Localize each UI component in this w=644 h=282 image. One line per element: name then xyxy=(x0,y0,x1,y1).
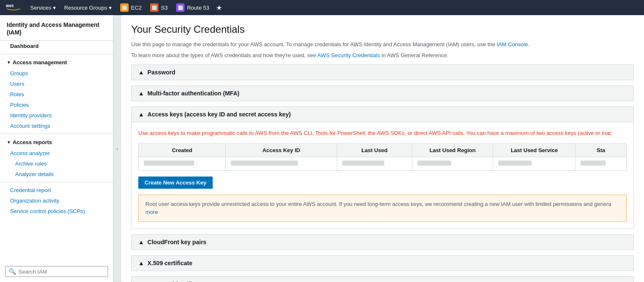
password-accordion-header[interactable]: ▲ Password xyxy=(132,65,633,80)
sidebar-item-analyzer-details[interactable]: Analyzer details xyxy=(0,169,113,179)
mfa-accordion-header[interactable]: ▲ Multi-factor authentication (MFA) xyxy=(132,86,633,101)
account-identifiers-section-title: Account identifiers xyxy=(148,281,201,282)
warning-box-more-link[interactable]: more xyxy=(145,209,158,215)
x509-accordion: ▲ X.509 certificate xyxy=(131,255,634,271)
account-identifiers-accordion: ▲ Account identifiers xyxy=(131,276,634,282)
resource-groups-chevron-icon: ▾ xyxy=(109,5,112,11)
last-used-placeholder xyxy=(342,161,384,166)
sidebar-item-service-control-policies[interactable]: Service control policies (SCPs) xyxy=(0,206,113,216)
favorites-star-button[interactable]: ★ xyxy=(214,2,224,13)
sidebar-item-groups[interactable]: Groups xyxy=(0,68,113,79)
access-keys-accordion: ▲ Access keys (access key ID and secret … xyxy=(131,106,634,229)
password-accordion: ▲ Password xyxy=(131,64,634,80)
access-reports-label: Access reports xyxy=(13,139,52,145)
sidebar-collapse-toggle[interactable]: ‹ xyxy=(113,15,121,282)
sidebar-item-credential-report[interactable]: Credential report xyxy=(0,185,113,195)
sidebar-item-dashboard[interactable]: Dashboard xyxy=(0,41,113,51)
mfa-chevron-icon: ▲ xyxy=(138,90,144,97)
route53-icon: ⬜ xyxy=(176,3,185,12)
sidebar-item-identity-providers[interactable]: Identity providers xyxy=(0,110,113,121)
col-header-last-used-service: Last Used Service xyxy=(493,143,575,157)
s3-label: S3 xyxy=(161,5,168,11)
password-chevron-icon: ▲ xyxy=(138,69,144,76)
cell-service xyxy=(493,157,575,170)
search-icon: 🔍 xyxy=(9,268,16,275)
col-header-created: Created xyxy=(139,143,226,157)
region-placeholder xyxy=(417,161,451,166)
password-section-title: Password xyxy=(148,69,175,76)
created-placeholder xyxy=(144,161,194,166)
access-keys-section-title: Access keys (access key ID and secret ac… xyxy=(148,111,291,118)
cloudfront-accordion: ▲ CloudFront key pairs xyxy=(131,234,634,250)
page-layout: Identity and Access Management (IAM) Das… xyxy=(0,15,644,282)
account-identifiers-accordion-header[interactable]: ▲ Account identifiers xyxy=(132,277,633,282)
col-header-key-id: Access Key ID xyxy=(226,143,337,157)
sidebar-divider-3 xyxy=(0,182,113,182)
mfa-accordion: ▲ Multi-factor authentication (MFA) xyxy=(131,85,634,101)
services-nav-label: Services xyxy=(30,5,51,11)
access-keys-accordion-header[interactable]: ▲ Access keys (access key ID and secret … xyxy=(132,107,633,122)
sidebar: Identity and Access Management (IAM) Das… xyxy=(0,15,113,282)
service-placeholder xyxy=(498,161,532,166)
access-keys-chevron-icon: ▲ xyxy=(138,111,144,118)
intro-paragraph-1: Use this page to manage the credentials … xyxy=(131,40,634,49)
status-placeholder xyxy=(581,161,606,166)
access-management-chevron-icon: ▼ xyxy=(7,60,11,65)
aws-security-credentials-link[interactable]: AWS Security Credentials xyxy=(317,52,380,58)
resource-groups-nav-button[interactable]: Resource Groups ▾ xyxy=(61,3,115,13)
sidebar-title: Identity and Access Management (IAM) xyxy=(0,15,113,41)
col-header-last-used: Last Used xyxy=(337,143,412,157)
search-input[interactable] xyxy=(18,269,104,275)
table-row xyxy=(139,157,627,170)
account-identifiers-chevron-icon: ▲ xyxy=(138,281,144,282)
x509-accordion-header[interactable]: ▲ X.509 certificate xyxy=(132,256,633,271)
access-management-label: Access management xyxy=(13,59,67,66)
cloudfront-section-title: CloudFront key pairs xyxy=(148,239,206,245)
create-new-access-key-button[interactable]: Create New Access Key xyxy=(138,177,213,189)
ec2-nav-button[interactable]: ⬜ EC2 xyxy=(117,2,145,13)
ec2-label: EC2 xyxy=(131,5,142,11)
x509-chevron-icon: ▲ xyxy=(138,260,144,266)
top-navigation: aws Services ▾ Resource Groups ▾ ⬜ EC2 ⬜… xyxy=(0,0,644,15)
route53-label: Route 53 xyxy=(187,5,209,11)
col-header-last-used-region: Last Used Region xyxy=(412,143,493,157)
resource-groups-label: Resource Groups xyxy=(64,5,107,11)
access-keys-warning-box: Root user access keys provide unrestrict… xyxy=(138,195,627,222)
mfa-section-title: Multi-factor authentication (MFA) xyxy=(148,90,240,97)
cell-status xyxy=(575,157,627,170)
cloudfront-accordion-header[interactable]: ▲ CloudFront key pairs xyxy=(132,235,633,250)
svg-text:aws: aws xyxy=(6,3,14,8)
sidebar-item-account-settings[interactable]: Account settings xyxy=(0,121,113,131)
sidebar-item-archive-rules[interactable]: Archive rules xyxy=(0,158,113,169)
iam-console-link[interactable]: IAM Console xyxy=(497,41,528,47)
services-nav-button[interactable]: Services ▾ xyxy=(27,3,59,13)
cell-last-used xyxy=(337,157,412,170)
cell-region xyxy=(412,157,493,170)
sidebar-item-roles[interactable]: Roles xyxy=(0,89,113,100)
ec2-icon: ⬜ xyxy=(120,3,129,12)
access-keys-accordion-body: Use access keys to make programmatic cal… xyxy=(132,122,633,229)
route53-nav-button[interactable]: ⬜ Route 53 xyxy=(173,2,213,13)
sidebar-section-access-reports[interactable]: ▼ Access reports xyxy=(0,137,113,148)
sidebar-search-container[interactable]: 🔍 xyxy=(5,266,108,277)
page-title: Your Security Credentials xyxy=(131,24,634,35)
s3-icon: ⬜ xyxy=(150,3,158,12)
sidebar-divider-1 xyxy=(0,54,113,54)
sidebar-item-users[interactable]: Users xyxy=(0,79,113,89)
access-keys-warning-text: Use access keys to make programmatic cal… xyxy=(138,129,627,137)
s3-nav-button[interactable]: ⬜ S3 xyxy=(147,2,171,13)
col-header-status: Sta xyxy=(575,143,627,157)
access-keys-table: Created Access Key ID Last Used Last Use… xyxy=(138,143,627,171)
sidebar-item-organization-activity[interactable]: Organization activity xyxy=(0,195,113,206)
sidebar-section-access-management[interactable]: ▼ Access management xyxy=(0,57,113,68)
intro-paragraph-2: To learn more about the types of AWS cre… xyxy=(131,51,634,60)
cloudfront-chevron-icon: ▲ xyxy=(138,239,144,245)
services-chevron-icon: ▾ xyxy=(53,5,56,11)
x509-section-title: X.509 certificate xyxy=(148,260,193,266)
sidebar-item-policies[interactable]: Policies xyxy=(0,100,113,110)
sidebar-divider-2 xyxy=(0,134,113,134)
sidebar-item-access-analyzer[interactable]: Access analyzer xyxy=(0,148,113,158)
aws-logo[interactable]: aws xyxy=(5,3,22,13)
cell-key-id xyxy=(226,157,337,170)
access-reports-chevron-icon: ▼ xyxy=(7,140,11,145)
